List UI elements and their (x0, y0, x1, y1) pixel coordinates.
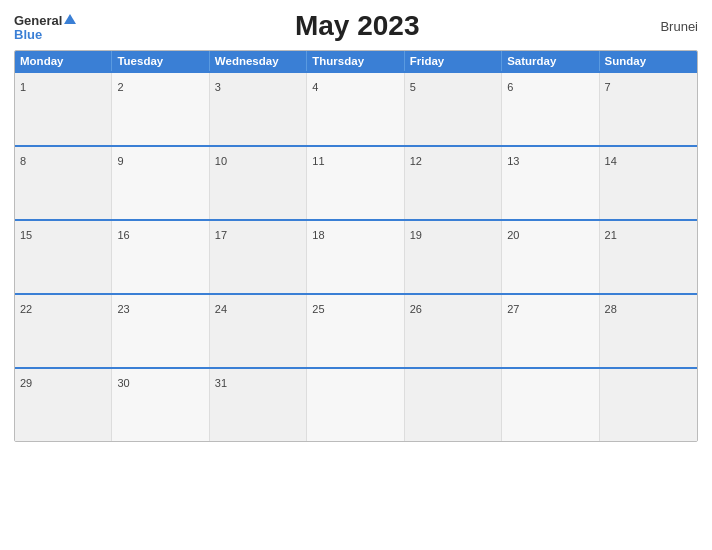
day-cell: 7 (600, 73, 697, 145)
logo-blue-text: Blue (14, 28, 42, 41)
header-tuesday: Tuesday (112, 51, 209, 71)
week-row-3: 15 16 17 18 19 20 21 (15, 219, 697, 293)
header-friday: Friday (405, 51, 502, 71)
day-cell: 5 (405, 73, 502, 145)
day-cell: 18 (307, 221, 404, 293)
calendar-title: May 2023 (76, 10, 638, 42)
day-cell: 26 (405, 295, 502, 367)
day-cell: 4 (307, 73, 404, 145)
day-cell: 6 (502, 73, 599, 145)
calendar-header-row: Monday Tuesday Wednesday Thursday Friday… (15, 51, 697, 71)
day-cell: 14 (600, 147, 697, 219)
day-cell-empty (405, 369, 502, 441)
day-cell: 21 (600, 221, 697, 293)
header-wednesday: Wednesday (210, 51, 307, 71)
logo-triangle-icon (64, 14, 76, 24)
day-cell: 27 (502, 295, 599, 367)
day-cell-empty (502, 369, 599, 441)
day-cell: 29 (15, 369, 112, 441)
day-cell: 20 (502, 221, 599, 293)
day-cell: 19 (405, 221, 502, 293)
header-monday: Monday (15, 51, 112, 71)
day-cell: 16 (112, 221, 209, 293)
day-cell: 15 (15, 221, 112, 293)
day-cell: 30 (112, 369, 209, 441)
day-cell: 22 (15, 295, 112, 367)
day-cell: 17 (210, 221, 307, 293)
week-row-5: 29 30 31 (15, 367, 697, 441)
calendar-grid: Monday Tuesday Wednesday Thursday Friday… (14, 50, 698, 442)
day-cell-empty (307, 369, 404, 441)
day-cell: 13 (502, 147, 599, 219)
header-sunday: Sunday (600, 51, 697, 71)
day-cell: 9 (112, 147, 209, 219)
header-thursday: Thursday (307, 51, 404, 71)
day-cell: 3 (210, 73, 307, 145)
header-saturday: Saturday (502, 51, 599, 71)
week-row-4: 22 23 24 25 26 27 28 (15, 293, 697, 367)
day-cell-empty (600, 369, 697, 441)
region-label: Brunei (638, 19, 698, 34)
day-cell: 25 (307, 295, 404, 367)
week-row-1: 1 2 3 4 5 6 7 (15, 71, 697, 145)
day-cell: 31 (210, 369, 307, 441)
day-cell: 8 (15, 147, 112, 219)
day-cell: 2 (112, 73, 209, 145)
header: General Blue May 2023 Brunei (14, 10, 698, 42)
day-cell: 24 (210, 295, 307, 367)
day-cell: 10 (210, 147, 307, 219)
logo-general: General (14, 12, 76, 28)
calendar-page: General Blue May 2023 Brunei Monday Tues… (0, 0, 712, 550)
day-cell: 11 (307, 147, 404, 219)
day-cell: 1 (15, 73, 112, 145)
week-row-2: 8 9 10 11 12 13 14 (15, 145, 697, 219)
logo: General Blue (14, 12, 76, 41)
day-cell: 23 (112, 295, 209, 367)
day-cell: 28 (600, 295, 697, 367)
day-cell: 12 (405, 147, 502, 219)
